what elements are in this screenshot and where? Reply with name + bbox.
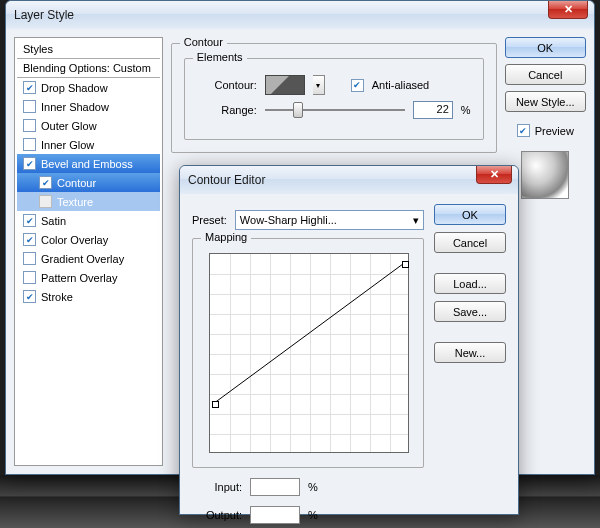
style-item-label: Drop Shadow [41, 82, 108, 94]
style-checkbox[interactable] [23, 100, 36, 113]
style-item-label: Color Overlay [41, 234, 108, 246]
preset-value: Wow-Sharp Highli... [240, 214, 337, 226]
style-checkbox[interactable] [23, 252, 36, 265]
style-checkbox[interactable] [39, 176, 52, 189]
svg-line-0 [215, 264, 403, 403]
curve-editor[interactable] [209, 253, 409, 453]
style-checkbox[interactable] [39, 195, 52, 208]
style-item-inner-shadow[interactable]: Inner Shadow [17, 97, 160, 116]
style-item-texture[interactable]: Texture [17, 192, 160, 211]
cancel-button[interactable]: Cancel [505, 64, 586, 85]
blending-options-item[interactable]: Blending Options: Custom [17, 59, 160, 78]
curve-handle[interactable] [212, 401, 219, 408]
contour-group-label: Contour [180, 36, 227, 48]
elements-group-label: Elements [193, 51, 247, 63]
style-checkbox[interactable] [23, 119, 36, 132]
close-icon[interactable]: ✕ [476, 166, 512, 184]
style-item-color-overlay[interactable]: Color Overlay [17, 230, 160, 249]
style-checkbox[interactable] [23, 233, 36, 246]
style-checkbox[interactable] [23, 271, 36, 284]
style-item-outer-glow[interactable]: Outer Glow [17, 116, 160, 135]
ok-button[interactable]: OK [505, 37, 586, 58]
save-button[interactable]: Save... [434, 301, 506, 322]
cancel-button[interactable]: Cancel [434, 232, 506, 253]
preview-label: Preview [535, 125, 574, 137]
contour-label: Contour: [197, 79, 257, 91]
chevron-down-icon[interactable]: ▾ [313, 75, 325, 95]
layer-style-titlebar[interactable]: Layer Style ✕ [6, 1, 594, 29]
output-pct: % [308, 509, 318, 521]
contour-editor-title: Contour Editor [188, 173, 265, 187]
range-input[interactable]: 22 [413, 101, 453, 119]
style-item-label: Satin [41, 215, 66, 227]
antialias-checkbox[interactable] [351, 79, 364, 92]
input-field[interactable] [250, 478, 300, 496]
new-style-button[interactable]: New Style... [505, 91, 586, 112]
style-item-label: Gradient Overlay [41, 253, 124, 265]
style-item-satin[interactable]: Satin [17, 211, 160, 230]
style-item-label: Outer Glow [41, 120, 97, 132]
style-checkbox[interactable] [23, 157, 36, 170]
preview-checkbox[interactable] [517, 124, 530, 137]
range-slider[interactable] [265, 102, 405, 118]
mapping-label: Mapping [201, 231, 251, 243]
contour-swatch[interactable] [265, 75, 305, 95]
preset-dropdown[interactable]: Wow-Sharp Highli... ▾ [235, 210, 424, 230]
style-item-label: Inner Shadow [41, 101, 109, 113]
style-item-label: Contour [57, 177, 96, 189]
ok-button[interactable]: OK [434, 204, 506, 225]
new-button[interactable]: New... [434, 342, 506, 363]
style-item-label: Bevel and Emboss [41, 158, 133, 170]
styles-list: Styles Blending Options: Custom Drop Sha… [14, 37, 163, 466]
style-checkbox[interactable] [23, 214, 36, 227]
preset-label: Preset: [192, 214, 227, 226]
style-item-drop-shadow[interactable]: Drop Shadow [17, 78, 160, 97]
style-checkbox[interactable] [23, 81, 36, 94]
input-pct: % [308, 481, 318, 493]
style-item-label: Pattern Overlay [41, 272, 117, 284]
preview-swatch [521, 151, 569, 199]
close-icon[interactable]: ✕ [548, 1, 588, 19]
curve-handle[interactable] [402, 261, 409, 268]
load-button[interactable]: Load... [434, 273, 506, 294]
style-item-gradient-overlay[interactable]: Gradient Overlay [17, 249, 160, 268]
style-item-pattern-overlay[interactable]: Pattern Overlay [17, 268, 160, 287]
style-item-label: Stroke [41, 291, 73, 303]
style-item-stroke[interactable]: Stroke [17, 287, 160, 306]
styles-header[interactable]: Styles [17, 40, 160, 59]
range-pct: % [461, 104, 471, 116]
input-label: Input: [192, 481, 242, 493]
layer-style-title: Layer Style [14, 8, 74, 22]
curve-line [210, 254, 408, 452]
style-item-label: Texture [57, 196, 93, 208]
output-label: Output: [192, 509, 242, 521]
style-checkbox[interactable] [23, 138, 36, 151]
output-field[interactable] [250, 506, 300, 524]
style-item-bevel-and-emboss[interactable]: Bevel and Emboss [17, 154, 160, 173]
chevron-down-icon: ▾ [413, 214, 419, 227]
style-checkbox[interactable] [23, 290, 36, 303]
contour-editor-dialog: Contour Editor ✕ Preset: Wow-Sharp Highl… [179, 165, 519, 515]
style-item-label: Inner Glow [41, 139, 94, 151]
contour-editor-titlebar[interactable]: Contour Editor ✕ [180, 166, 518, 194]
style-item-contour[interactable]: Contour [17, 173, 160, 192]
range-label: Range: [197, 104, 257, 116]
style-item-inner-glow[interactable]: Inner Glow [17, 135, 160, 154]
antialias-label: Anti-aliased [372, 79, 429, 91]
